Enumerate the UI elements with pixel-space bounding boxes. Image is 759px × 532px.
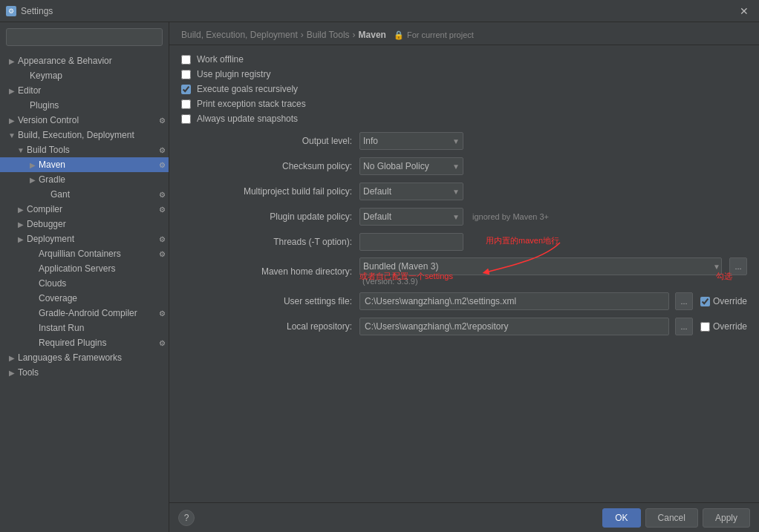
sidebar-item-version-control[interactable]: ▶ Version Control ⚙: [0, 113, 169, 128]
expand-arrow: ▶: [27, 176, 39, 184]
gear-icon: ⚙: [159, 339, 166, 347]
sidebar-item-label: Build Tools: [27, 145, 163, 155]
maven-home-row: Maven home directory: Bundled (Maven 3) …: [181, 257, 747, 286]
dropdown-arrow-icon: ▼: [449, 213, 463, 221]
gear-icon: ⚙: [159, 146, 166, 154]
breadcrumb-part2: Build Tools: [307, 30, 350, 40]
close-button[interactable]: ✕: [735, 4, 753, 19]
work-offline-checkbox[interactable]: [181, 55, 191, 65]
sidebar-item-label: Maven: [39, 160, 163, 170]
user-settings-browse-button[interactable]: ...: [675, 292, 693, 310]
execute-goals-checkbox[interactable]: [181, 85, 191, 94]
checksum-policy-control: No Global Policy Warn Fail ▼: [359, 157, 747, 175]
sidebar-item-editor[interactable]: ▶ Editor: [0, 83, 169, 98]
use-plugin-registry-label[interactable]: Use plugin registry: [197, 69, 270, 79]
gear-icon: ⚙: [159, 206, 166, 214]
sidebar-item-label: Version Control: [18, 115, 163, 125]
print-exception-label[interactable]: Print exception stack traces: [197, 99, 306, 109]
window-title: Settings: [21, 6, 53, 16]
checksum-policy-select[interactable]: No Global Policy Warn Fail: [360, 158, 449, 174]
override-repo-label[interactable]: Override: [713, 321, 747, 332]
sidebar-item-debugger[interactable]: ▶ Debugger: [0, 217, 169, 231]
use-plugin-registry-checkbox[interactable]: [181, 70, 191, 79]
sidebar-item-label: Editor: [18, 85, 163, 96]
title-bar: ⚙ Settings ✕: [0, 0, 759, 22]
user-settings-control: ... Override: [359, 292, 747, 310]
help-button[interactable]: ?: [178, 510, 195, 526]
sidebar-item-plugins[interactable]: Plugins: [0, 98, 169, 113]
user-settings-row: User settings file: ... Override 或: [181, 292, 747, 311]
sidebar-item-label: Clouds: [39, 278, 163, 289]
apply-button[interactable]: Apply: [703, 508, 750, 528]
override-settings-label[interactable]: Override: [713, 296, 747, 306]
sidebar-item-required-plugins[interactable]: Required Plugins ⚙: [0, 335, 169, 350]
sidebar-item-deployment[interactable]: ▶ Deployment ⚙: [0, 231, 169, 246]
sidebar-item-compiler[interactable]: ▶ Compiler ⚙: [0, 202, 169, 217]
override-settings-checkbox[interactable]: [700, 297, 710, 306]
expand-arrow: ▶: [6, 87, 18, 95]
cancel-button[interactable]: Cancel: [645, 508, 698, 528]
dropdown-arrow-icon: ▼: [449, 162, 463, 171]
multiproject-fail-control: Default Fail at End Fail Never ▼: [359, 183, 747, 200]
always-update-checkbox[interactable]: [181, 114, 191, 124]
checksum-policy-row: Checksum policy: No Global Policy Warn F…: [181, 157, 747, 176]
sidebar-item-coverage[interactable]: Coverage: [0, 291, 169, 306]
expand-arrow: ▶: [6, 57, 18, 65]
sidebar-item-arquillian[interactable]: Arquillian Containers ⚙: [0, 246, 169, 261]
sidebar-item-instant-run[interactable]: Instant Run: [0, 321, 169, 335]
local-repository-browse-button[interactable]: ...: [675, 318, 693, 335]
sidebar: ▶ Appearance & Behavior Keymap ▶ Editor …: [0, 22, 169, 532]
work-offline-label[interactable]: Work offline: [197, 54, 244, 65]
sidebar-item-gradle-android[interactable]: Gradle-Android Compiler ⚙: [0, 306, 169, 321]
sidebar-item-clouds[interactable]: Clouds: [0, 276, 169, 291]
expand-arrow: ▶: [6, 369, 18, 377]
sidebar-item-label: Arquillian Containers: [39, 249, 163, 259]
sidebar-item-app-servers[interactable]: Application Servers: [0, 261, 169, 276]
sidebar-item-label: Plugins: [30, 100, 163, 111]
expand-arrow: ▶: [27, 161, 39, 169]
sidebar-item-label: Deployment: [27, 234, 163, 244]
plugin-update-control: Default Force Update Suppress Update ▼ i…: [359, 208, 747, 226]
maven-home-select[interactable]: Bundled (Maven 3): [359, 257, 722, 275]
plugin-update-row: Plugin update policy: Default Force Upda…: [181, 207, 747, 226]
multiproject-fail-select[interactable]: Default Fail at End Fail Never: [360, 183, 449, 200]
content-panel: Build, Execution, Deployment › Build Too…: [169, 22, 759, 532]
sidebar-item-keymap[interactable]: Keymap: [0, 68, 169, 83]
sidebar-item-languages[interactable]: ▶ Languages & Frameworks: [0, 350, 169, 365]
threads-input[interactable]: [359, 233, 463, 251]
sidebar-item-gradle[interactable]: ▶ Gradle: [0, 172, 169, 187]
ok-button[interactable]: OK: [602, 508, 640, 528]
sidebar-item-label: Required Plugins: [39, 338, 163, 348]
sidebar-item-tools[interactable]: ▶ Tools: [0, 365, 169, 380]
plugin-update-select-wrapper: Default Force Update Suppress Update ▼: [359, 208, 463, 226]
sidebar-item-label: Tools: [18, 367, 163, 378]
sidebar-item-maven[interactable]: ▶ Maven ⚙: [0, 157, 169, 172]
gear-icon: ⚙: [159, 309, 166, 318]
checksum-policy-label: Checksum policy:: [181, 161, 359, 171]
override-repo-checkbox[interactable]: [700, 322, 710, 332]
sidebar-item-build-exec[interactable]: ▼ Build, Execution, Deployment: [0, 128, 169, 142]
maven-home-label: Maven home directory:: [181, 266, 359, 277]
local-repository-input[interactable]: [359, 318, 669, 335]
lock-icon: 🔒: [394, 30, 404, 40]
sidebar-item-appearance[interactable]: ▶ Appearance & Behavior: [0, 53, 169, 68]
expand-arrow: ▶: [6, 354, 18, 362]
expand-arrow: ▶: [15, 206, 27, 214]
use-plugin-registry-row: Use plugin registry: [181, 69, 747, 79]
print-exception-checkbox[interactable]: [181, 99, 191, 109]
sidebar-item-gant[interactable]: Gant ⚙: [0, 187, 169, 202]
execute-goals-row: Execute goals recursively: [181, 84, 747, 94]
output-level-select[interactable]: Info Debug Warning Error: [360, 133, 449, 149]
gear-icon: ⚙: [159, 161, 166, 169]
search-input[interactable]: [6, 28, 163, 46]
sidebar-item-build-tools[interactable]: ▼ Build Tools ⚙: [0, 142, 169, 157]
sidebar-item-label: Build, Execution, Deployment: [18, 130, 163, 140]
user-settings-input[interactable]: [359, 292, 669, 310]
always-update-label[interactable]: Always update snapshots: [197, 114, 298, 124]
execute-goals-label[interactable]: Execute goals recursively: [197, 84, 298, 94]
maven-home-control: Bundled (Maven 3) ▼ ... (Version: 3.3.9): [359, 257, 747, 286]
maven-version-label: (Version: 3.3.9): [362, 277, 418, 286]
breadcrumb-project: For current project: [407, 30, 474, 39]
maven-home-browse-button[interactable]: ...: [729, 257, 747, 275]
plugin-update-select[interactable]: Default Force Update Suppress Update: [360, 208, 449, 225]
